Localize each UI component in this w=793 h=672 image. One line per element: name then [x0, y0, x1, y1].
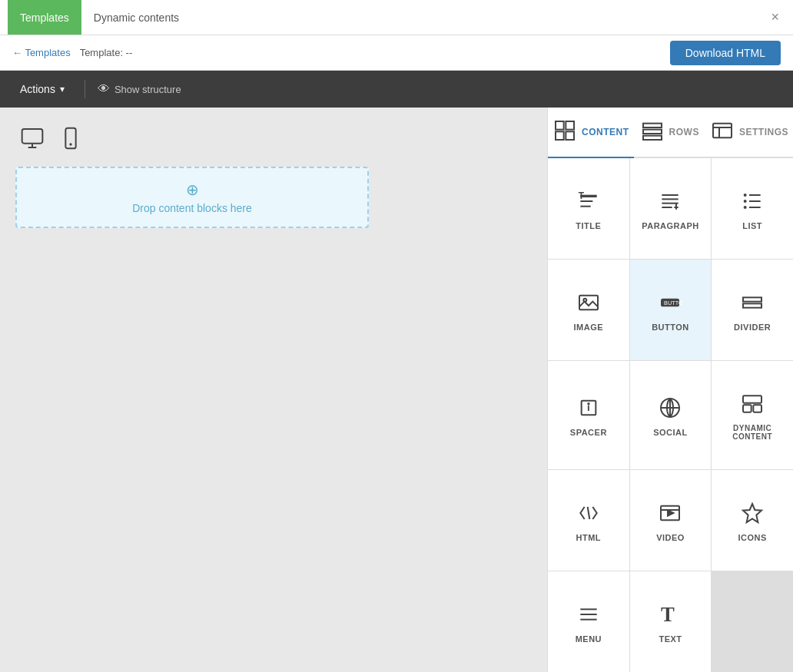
mobile-device-button[interactable]: [54, 123, 88, 157]
paragraph-icon: [655, 187, 685, 215]
drop-zone-icon: ⊕: [186, 180, 199, 199]
svg-text:BUTTON: BUTTON: [664, 300, 682, 306]
close-button[interactable]: ×: [765, 6, 785, 28]
block-image[interactable]: IMAGE: [548, 260, 629, 360]
icons-block-label: ICONS: [738, 533, 766, 542]
rows-icon: [640, 118, 665, 146]
settings-icon: [710, 118, 735, 146]
drop-zone-text: Drop content blocks here: [132, 202, 252, 214]
block-list[interactable]: LIST: [712, 158, 793, 259]
spacer-block-label: SPACER: [570, 428, 607, 437]
eye-icon: 👁: [98, 82, 110, 96]
svg-rect-44: [743, 405, 752, 412]
block-icons[interactable]: ICONS: [712, 470, 793, 571]
svg-rect-7: [556, 131, 564, 140]
html-block-label: HTML: [576, 533, 602, 542]
block-paragraph[interactable]: PARAGRAPH: [630, 158, 712, 259]
svg-rect-10: [643, 130, 662, 134]
block-button[interactable]: BUTTON BUTTON: [630, 260, 712, 360]
show-structure-label: Show structure: [114, 84, 181, 95]
block-title[interactable]: T TITLE: [548, 158, 629, 259]
tab-templates[interactable]: Templates: [8, 0, 81, 35]
tab-rows[interactable]: ROWS: [634, 108, 705, 158]
svg-point-30: [744, 206, 747, 209]
grid-icon: [552, 118, 577, 146]
svg-text:T: T: [661, 603, 675, 626]
svg-marker-50: [743, 504, 761, 522]
title-icon: T: [573, 187, 604, 215]
svg-rect-12: [713, 124, 732, 138]
svg-rect-6: [566, 121, 574, 130]
block-dynamic-content[interactable]: DYNAMIC CONTENT: [712, 361, 793, 469]
block-divider[interactable]: DIVIDER: [712, 260, 793, 360]
list-block-label: LIST: [742, 221, 762, 230]
breadcrumb-current: Template: --: [80, 47, 133, 58]
svg-rect-35: [743, 297, 761, 301]
top-tabs-bar: Templates Dynamic contents ×: [0, 0, 793, 35]
svg-line-46: [587, 507, 589, 519]
image-block-label: IMAGE: [574, 323, 604, 332]
svg-rect-8: [566, 131, 574, 140]
tab-settings[interactable]: SETTINGS: [705, 108, 793, 158]
svg-rect-9: [643, 124, 662, 127]
svg-rect-43: [743, 396, 761, 402]
button-block-label: BUTTON: [652, 323, 689, 332]
block-spacer[interactable]: i SPACER: [548, 361, 629, 469]
block-html[interactable]: HTML: [548, 470, 629, 571]
settings-tab-label: SETTINGS: [739, 127, 788, 137]
block-text[interactable]: T TEXT: [630, 571, 712, 672]
dynamic-content-block-label: DYNAMIC CONTENT: [718, 424, 787, 441]
block-social[interactable]: SOCIAL: [630, 361, 712, 469]
paragraph-block-label: PARAGRAPH: [642, 221, 699, 230]
icons-icon: [737, 499, 768, 527]
canvas-area: ⊕ Drop content blocks here: [0, 108, 547, 672]
video-icon: [655, 499, 685, 527]
svg-text:T: T: [578, 190, 584, 201]
svg-rect-11: [643, 136, 662, 140]
svg-rect-0: [22, 129, 43, 144]
actions-label: Actions: [20, 83, 55, 95]
list-icon: [737, 187, 768, 215]
desktop-device-button[interactable]: [15, 123, 49, 157]
breadcrumb-bar: ← Templates Template: -- Download HTML: [0, 35, 793, 71]
toolbar: Actions ▾ 👁 Show structure: [0, 71, 793, 108]
text-icon: T: [655, 601, 685, 628]
divider-block-label: DIVIDER: [734, 323, 771, 332]
device-switcher: [15, 123, 532, 157]
divider-icon: [737, 289, 768, 316]
title-block-label: TITLE: [576, 221, 601, 230]
show-structure-button[interactable]: 👁 Show structure: [98, 82, 181, 96]
svg-rect-45: [753, 405, 761, 412]
menu-icon: [573, 601, 604, 628]
chevron-down-icon: ▾: [60, 84, 65, 94]
svg-point-28: [744, 194, 747, 197]
panel-tabs: CONTENT ROWS SETTINGS: [548, 108, 793, 158]
drop-zone[interactable]: ⊕ Drop content blocks here: [15, 167, 369, 228]
html-icon: [573, 499, 604, 527]
right-panel: CONTENT ROWS SETTINGS: [547, 108, 793, 672]
button-icon: BUTTON: [655, 289, 685, 316]
content-grid: T TITLE PARAGRAPH: [548, 158, 793, 672]
download-html-button[interactable]: Download HTML: [670, 41, 781, 65]
actions-button[interactable]: Actions ▾: [12, 78, 72, 100]
svg-rect-36: [743, 303, 761, 307]
content-tab-label: CONTENT: [582, 127, 629, 137]
main-area: ⊕ Drop content blocks here CONTENT: [0, 108, 793, 672]
breadcrumb-back-link[interactable]: ← Templates: [12, 47, 71, 58]
spacer-icon: i: [573, 394, 604, 422]
social-icon: [655, 394, 685, 422]
text-block-label: TEXT: [659, 634, 682, 644]
svg-rect-31: [579, 295, 598, 310]
social-block-label: SOCIAL: [653, 428, 688, 437]
video-block-label: VIDEO: [656, 533, 685, 542]
rows-tab-label: ROWS: [669, 127, 699, 137]
block-video[interactable]: VIDEO: [630, 470, 712, 571]
svg-rect-5: [556, 121, 564, 130]
block-menu[interactable]: MENU: [548, 571, 629, 672]
tab-dynamic-contents[interactable]: Dynamic contents: [81, 0, 191, 35]
tab-content[interactable]: CONTENT: [548, 108, 634, 158]
image-icon: [573, 289, 604, 316]
dynamic-content-icon: [737, 390, 768, 418]
toolbar-divider: [85, 80, 85, 98]
menu-block-label: MENU: [576, 634, 602, 644]
